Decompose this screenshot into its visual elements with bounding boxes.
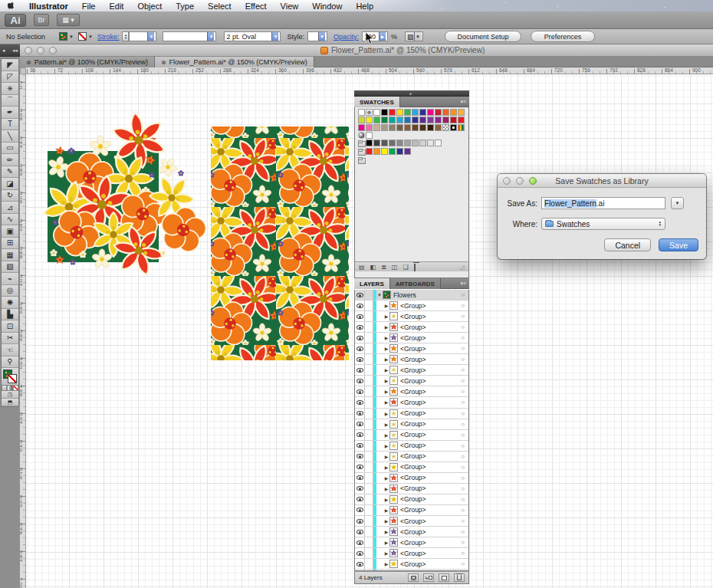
visibility-toggle[interactable]	[355, 537, 365, 547]
lock-toggle[interactable]	[365, 365, 373, 375]
layer-row-group[interactable]: ▶<Group>○	[355, 397, 468, 408]
close-window-button[interactable]	[25, 47, 32, 54]
swatch[interactable]	[396, 140, 403, 146]
visibility-toggle[interactable]	[355, 365, 365, 375]
eyedropper-tool[interactable]: ⌁	[2, 273, 18, 285]
lock-toggle[interactable]	[365, 537, 373, 547]
document-window-titlebar[interactable]: Flower_Pattern.ai* @ 150% (CMYK/Preview)	[20, 44, 713, 57]
layer-name[interactable]: <Group>	[400, 409, 426, 417]
expand-icon[interactable]: ▶	[383, 367, 389, 373]
layer-name[interactable]: <Group>	[400, 399, 426, 406]
swatch[interactable]	[412, 140, 419, 146]
arrange-documents-icon[interactable]: ▦ ▾	[57, 14, 80, 26]
visibility-toggle[interactable]	[355, 548, 365, 558]
layer-target-icon[interactable]: ○	[461, 356, 465, 363]
swatch[interactable]	[366, 117, 373, 123]
expand-icon[interactable]: ▶	[383, 465, 389, 470]
lock-toggle[interactable]	[365, 409, 373, 419]
expand-icon[interactable]: ▶	[383, 454, 389, 459]
layer-thumbnail[interactable]	[389, 485, 398, 493]
bridge-icon[interactable]: Br	[34, 14, 49, 26]
layer-name[interactable]: <Group>	[400, 528, 426, 536]
expand-icon[interactable]: ▶	[383, 475, 389, 481]
layer-target-icon[interactable]: ○	[461, 421, 465, 428]
layer-target-icon[interactable]: ○	[461, 560, 465, 567]
layer-name[interactable]: <Group>	[400, 420, 426, 428]
layer-target-icon[interactable]: ○	[461, 302, 465, 309]
dialog-titlebar[interactable]: Save Swatches as Library	[498, 174, 706, 188]
lock-toggle[interactable]	[365, 494, 373, 504]
menu-object[interactable]: Object	[130, 2, 169, 11]
expand-icon[interactable]: ▶	[383, 399, 389, 405]
lock-toggle[interactable]	[365, 333, 373, 343]
lock-toggle[interactable]	[365, 419, 373, 429]
eraser-tool[interactable]: ◪	[2, 178, 18, 190]
lock-toggle[interactable]	[365, 354, 373, 364]
swatch[interactable]	[373, 117, 380, 123]
width-profile-combo[interactable]: ▼	[163, 31, 216, 41]
rotate-tool[interactable]: ↻	[2, 190, 18, 202]
layer-thumbnail[interactable]	[389, 312, 398, 320]
horizontal-ruler[interactable]: 3672108144180216252288324360396432468504…	[26, 67, 713, 74]
layer-name[interactable]: <Group>	[400, 485, 426, 492]
cancel-button[interactable]: Cancel	[604, 238, 651, 251]
direct-selection-tool[interactable]: ◸	[2, 71, 18, 84]
layer-thumbnail[interactable]	[389, 333, 398, 342]
document-tab[interactable]: ⊗Flower_Pattern.ai* @ 150% (CMYK/Preview…	[155, 57, 314, 67]
lock-toggle[interactable]	[365, 343, 373, 353]
layer-name[interactable]: <Group>	[400, 539, 426, 547]
preferences-button[interactable]: Preferences	[531, 31, 595, 42]
layer-thumbnail[interactable]	[389, 387, 398, 396]
lasso-tool[interactable]: ⌒	[2, 95, 18, 107]
visibility-toggle[interactable]	[355, 354, 365, 364]
layer-target-icon[interactable]: ○	[461, 388, 465, 395]
lock-toggle[interactable]	[365, 527, 373, 537]
visibility-toggle[interactable]	[355, 484, 365, 494]
layer-row-group[interactable]: ▶<Group>○	[355, 354, 468, 365]
pattern-swatch[interactable]	[450, 124, 457, 131]
swatch[interactable]	[373, 148, 380, 155]
swatch[interactable]	[458, 109, 465, 116]
none-swatch[interactable]	[358, 109, 365, 116]
visibility-toggle[interactable]	[355, 494, 365, 504]
swatch[interactable]	[419, 117, 426, 123]
swatch[interactable]	[366, 140, 373, 146]
filename-input[interactable]: Flower_Pattern.ai	[541, 197, 665, 209]
layer-thumbnail[interactable]	[383, 291, 391, 299]
visibility-toggle[interactable]	[355, 527, 365, 537]
layer-name[interactable]: <Group>	[400, 345, 426, 353]
lock-toggle[interactable]	[365, 505, 373, 515]
layer-target-icon[interactable]: ○	[461, 528, 465, 535]
layer-thumbnail[interactable]	[389, 344, 398, 353]
expand-icon[interactable]: ▶	[383, 486, 389, 491]
pencil-tool[interactable]: ✎	[2, 166, 18, 179]
panel-resize-grip[interactable]: ◿	[460, 264, 465, 271]
swatch[interactable]	[435, 117, 442, 123]
layer-row-group[interactable]: ▶<Group>○	[355, 494, 468, 505]
expand-icon[interactable]: ▶	[383, 314, 389, 319]
layer-target-icon[interactable]: ○	[461, 410, 465, 417]
where-dropdown[interactable]: Swatches ▲▼	[541, 218, 665, 230]
swatch[interactable]	[381, 148, 388, 155]
brush-combo[interactable]: 2 pt. Oval▼	[224, 31, 281, 41]
expand-icon[interactable]: ▶	[383, 508, 389, 513]
rectangle-tool[interactable]: ▭	[2, 143, 18, 155]
layer-row-group[interactable]: ▶<Group>○	[355, 484, 468, 494]
visibility-toggle[interactable]	[355, 409, 365, 419]
swatch[interactable]	[435, 140, 442, 146]
magic-wand-tool[interactable]: ✳	[2, 83, 18, 95]
layer-name[interactable]: <Group>	[400, 560, 426, 568]
lock-toggle[interactable]	[365, 301, 373, 310]
style-combo[interactable]: ▼	[307, 31, 327, 41]
layer-thumbnail[interactable]	[389, 538, 398, 547]
color-group-folder-icon[interactable]	[358, 140, 365, 146]
expand-icon[interactable]: ▶	[383, 497, 389, 502]
layer-name[interactable]: Flowers	[393, 291, 416, 299]
swatch[interactable]	[435, 124, 442, 131]
layer-target-icon[interactable]: ○	[461, 507, 465, 514]
expand-dialog-button[interactable]: ▼	[671, 197, 684, 209]
layer-name[interactable]: <Group>	[400, 377, 426, 385]
new-sublayer-button[interactable]: ↳	[423, 573, 434, 582]
gradient-button[interactable]	[7, 385, 12, 391]
free-transform-tool[interactable]: ▣	[2, 225, 18, 238]
